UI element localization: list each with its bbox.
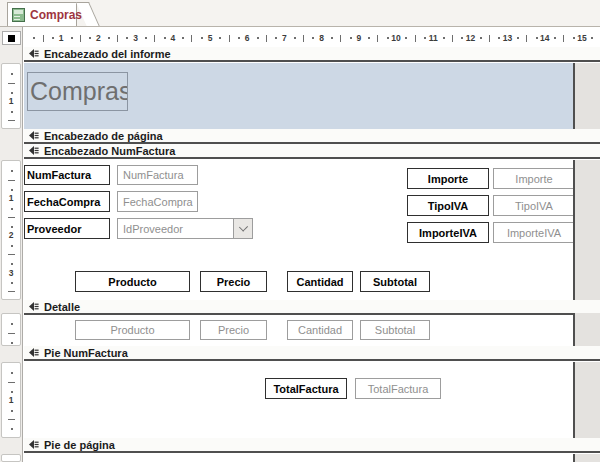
vruler-detail[interactable] [1,313,21,346]
label-tipoiva[interactable]: TipoIVA [407,195,489,216]
combobox-idproveedor[interactable]: IdProveedor [117,218,253,239]
document-tab-bar: Compras [0,0,600,27]
outside-report-width [573,454,600,462]
section-bar-label: Encabezado del informe [44,48,171,60]
vruler-page-footer[interactable] [1,454,21,462]
report-selector-square [8,35,15,42]
section-bar-group-footer[interactable]: Pie NumFactura [24,346,600,361]
group-header-surface[interactable]: NumFactura NumFactura FechaCompra FechaC… [24,160,573,300]
outside-report-width [573,160,600,300]
design-surface[interactable]: Encabezado del informe Compras Encabezad… [24,46,600,462]
label-importe[interactable]: Importe [407,168,489,189]
section-bar-label: Pie NumFactura [44,347,128,359]
section-bar-label: Encabezado de página [44,130,163,142]
label-proveedor[interactable]: Proveedor [24,218,110,239]
report-header-surface[interactable]: Compras [24,63,573,129]
column-header-precio[interactable]: Precio [200,271,267,292]
section-group-footer[interactable]: TotalFactura TotalFactura [24,362,600,438]
textbox-totalfactura[interactable]: TotalFactura [355,378,441,399]
textbox-importeiva[interactable]: ImporteIVA [493,222,575,243]
column-header-producto[interactable]: Producto [75,271,190,292]
report-title-label[interactable]: Compras [27,72,128,111]
section-bar-label: Encabezado NumFactura [44,145,175,157]
section-collapse-icon [29,131,39,140]
textbox-cantidad[interactable]: Cantidad [287,320,353,340]
textbox-tipoiva[interactable]: TipoIVA [493,195,575,216]
textbox-producto[interactable]: Producto [75,320,190,340]
outside-report-width [573,63,600,129]
chevron-down-icon [238,222,247,231]
tab-title: Compras [30,8,82,22]
section-bar-page-footer[interactable]: Pie de página [24,438,600,453]
combobox-value: IdProveedor [118,219,233,238]
section-bar-label: Detalle [44,301,80,313]
section-collapse-icon [29,302,39,311]
label-numfactura[interactable]: NumFactura [24,165,110,185]
section-collapse-icon [29,49,39,58]
combobox-dropdown-button[interactable] [233,219,252,238]
section-detail[interactable]: Producto Precio Cantidad Subtotal [24,313,600,346]
vruler-report-header[interactable]: 1 [1,63,21,129]
column-header-subtotal[interactable]: Subtotal [360,271,430,292]
label-fechacompra[interactable]: FechaCompra [24,191,110,212]
section-collapse-icon [29,146,39,155]
column-header-cantidad[interactable]: Cantidad [287,271,353,292]
section-collapse-icon [29,348,39,357]
vruler-group-header[interactable]: 123 [1,160,21,300]
page-footer-surface[interactable] [24,454,573,462]
horizontal-ruler[interactable]: 123456789101112131415 [24,30,600,46]
outside-report-width [573,362,600,438]
section-bar-page-header[interactable]: Encabezado de página [24,129,600,144]
label-totalfactura[interactable]: TotalFactura [265,378,347,399]
tab-compras[interactable]: Compras [7,2,77,26]
textbox-importe[interactable]: Importe [493,168,575,189]
textbox-subtotal[interactable]: Subtotal [360,320,430,340]
group-footer-surface[interactable]: TotalFactura TotalFactura [24,362,573,438]
vertical-ruler[interactable]: 1 123 1 [0,46,23,462]
section-report-header[interactable]: Compras [24,63,600,129]
section-group-header[interactable]: NumFactura NumFactura FechaCompra FechaC… [24,160,600,300]
section-page-footer[interactable] [24,454,600,462]
textbox-numfactura[interactable]: NumFactura [117,165,198,185]
textbox-precio[interactable]: Precio [200,320,267,340]
detail-surface[interactable]: Producto Precio Cantidad Subtotal [24,313,573,346]
vruler-group-footer[interactable]: 1 [1,362,21,438]
section-bar-label: Pie de página [44,439,115,451]
access-report-design-view: Compras 1 123 1 123456789101112131415 En… [0,0,600,462]
report-icon [12,8,25,22]
section-bar-group-header[interactable]: Encabezado NumFactura [24,144,600,159]
textbox-fechacompra[interactable]: FechaCompra [117,191,198,212]
label-importeiva[interactable]: ImporteIVA [407,222,489,243]
section-collapse-icon [29,440,39,449]
section-bar-report-header[interactable]: Encabezado del informe [24,47,600,62]
report-selector-button[interactable] [2,31,21,45]
outside-report-width [573,313,600,346]
